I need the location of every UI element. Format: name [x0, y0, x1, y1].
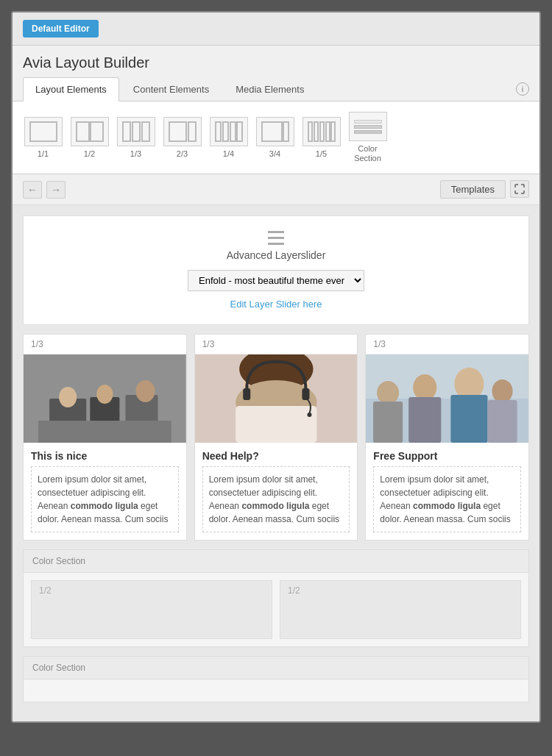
toolbar-undo-redo: ← →	[23, 181, 66, 199]
tabs-left: Layout Elements Content Elements Media E…	[23, 77, 318, 101]
color-section-1-header: Color Section	[24, 550, 528, 573]
svg-rect-46	[488, 400, 517, 443]
element-1-2-icon	[71, 117, 109, 146]
fullscreen-icon	[514, 184, 525, 194]
tab-layout-elements[interactable]: Layout Elements	[23, 77, 119, 101]
element-1-5-icon	[302, 117, 341, 146]
svg-rect-35	[236, 406, 316, 443]
col-1-text-box: Lorem ipsum dolor sit amet, consectetuer…	[31, 466, 179, 532]
color-section-1-col-1: 1/2	[31, 580, 272, 639]
color-section-1: Color Section 1/2 1/2	[23, 549, 529, 647]
column-block-3: 1/3	[365, 334, 529, 541]
col-1-body: Lorem ipsum dolor sit amet, consectetuer…	[38, 473, 172, 526]
col-3-image	[366, 354, 528, 443]
element-3-4-label: 3/4	[269, 149, 280, 158]
element-1-3-label: 1/3	[130, 149, 141, 158]
layer-slider-block: Advanced Layerslider Enfold - most beaut…	[23, 215, 529, 325]
col-1-image	[24, 354, 186, 443]
tab-media-elements[interactable]: Media Elements	[223, 77, 316, 101]
svg-rect-13	[283, 122, 289, 141]
svg-point-47	[377, 381, 399, 404]
element-1-2[interactable]: 1/2	[69, 117, 110, 158]
color-section-1-col-2: 1/2	[280, 580, 521, 639]
element-1-1[interactable]: 1/1	[23, 117, 63, 158]
col-2-body: Lorem ipsum dolor sit amet, consectetuer…	[209, 473, 344, 526]
svg-rect-11	[237, 122, 242, 141]
svg-rect-12	[262, 122, 282, 141]
svg-rect-16	[320, 122, 324, 141]
layers-icon	[38, 231, 514, 245]
element-3-4[interactable]: 3/4	[255, 117, 295, 158]
svg-rect-8	[216, 122, 221, 141]
tab-content-elements[interactable]: Content Elements	[121, 77, 222, 101]
svg-rect-2	[91, 122, 103, 141]
top-bar: Default Editor	[13, 13, 539, 46]
redo-button[interactable]: →	[46, 181, 66, 199]
element-1-1-icon	[24, 117, 63, 146]
col-3-text-box: Lorem ipsum dolor sit amet, consectetuer…	[373, 466, 521, 532]
col-2-image	[195, 354, 358, 443]
svg-rect-1	[77, 122, 89, 141]
layer-slider-title: Advanced Layerslider	[38, 249, 514, 261]
color-section-1-col-1-label: 1/2	[39, 585, 52, 596]
svg-point-45	[492, 379, 513, 403]
color-section-1-col-2-label: 1/2	[288, 585, 300, 596]
svg-point-28	[96, 385, 113, 404]
slider-select[interactable]: Enfold - most beautiful theme ever	[188, 270, 364, 291]
element-color-section[interactable]: Color Section	[347, 112, 388, 163]
fullscreen-button[interactable]	[510, 180, 529, 198]
col-1-content: This is nice Lorem ipsum dolor sit amet,…	[24, 443, 186, 540]
tabs-bar: Layout Elements Content Elements Media E…	[13, 77, 539, 101]
templates-button[interactable]: Templates	[440, 180, 506, 199]
element-2-3-label: 2/3	[177, 149, 188, 158]
element-1-1-label: 1/1	[38, 149, 49, 158]
col-2-text-box: Lorem ipsum dolor sit amet, consectetuer…	[202, 466, 350, 532]
svg-rect-5	[142, 122, 149, 141]
element-1-4-label: 1/4	[223, 149, 234, 158]
svg-point-27	[59, 387, 77, 407]
svg-rect-26	[38, 421, 171, 443]
svg-rect-7	[188, 122, 196, 141]
svg-rect-42	[451, 395, 488, 443]
element-1-2-label: 1/2	[84, 149, 95, 158]
undo-button[interactable]: ←	[23, 181, 42, 199]
element-1-3[interactable]: 1/3	[116, 117, 156, 158]
svg-rect-6	[169, 122, 186, 141]
default-editor-button[interactable]: Default Editor	[23, 20, 99, 38]
info-icon[interactable]: i	[516, 82, 529, 96]
main-window: Default Editor Avia Layout Builder Layou…	[11, 11, 541, 723]
svg-rect-18	[331, 122, 335, 141]
element-color-section-label: Color Section	[354, 144, 381, 163]
svg-rect-3	[123, 122, 130, 141]
svg-point-43	[414, 374, 437, 401]
canvas-area: Advanced Layerslider Enfold - most beaut…	[13, 205, 539, 721]
col-3-title: Free Support	[373, 450, 521, 462]
col-1-title: This is nice	[31, 450, 179, 462]
color-section-icon	[349, 112, 387, 141]
svg-rect-10	[230, 122, 236, 141]
col-1-header: 1/3	[24, 335, 186, 354]
elements-row: 1/1 1/2 1/3	[13, 101, 539, 174]
svg-rect-48	[373, 402, 403, 443]
svg-rect-14	[308, 122, 312, 141]
toolbar-right: Templates	[440, 180, 529, 199]
svg-point-29	[135, 380, 155, 402]
col-2-content: Need Help? Lorem ipsum dolor sit amet, c…	[195, 443, 358, 540]
dropdown-row: Enfold - most beautiful theme ever	[38, 270, 514, 291]
col-2-header: 1/3	[195, 335, 358, 354]
col-3-header: 1/3	[366, 335, 528, 354]
col-3-content: Free Support Lorem ipsum dolor sit amet,…	[366, 443, 528, 540]
svg-rect-9	[223, 122, 228, 141]
svg-rect-15	[314, 122, 318, 141]
edit-layer-slider-link[interactable]: Edit Layer Slider here	[230, 299, 322, 310]
color-section-2: Color Section	[23, 656, 529, 702]
element-1-5[interactable]: 1/5	[301, 117, 342, 158]
element-1-4[interactable]: 1/4	[208, 117, 249, 158]
column-block-2: 1/3	[194, 334, 358, 541]
toolbar-row: ← → Templates	[13, 174, 539, 205]
element-2-3[interactable]: 2/3	[162, 117, 202, 158]
color-section-1-inner: 1/2 1/2	[24, 573, 528, 646]
element-1-3-icon	[117, 117, 155, 146]
element-3-4-icon	[256, 117, 294, 146]
element-1-4-icon	[210, 117, 248, 146]
